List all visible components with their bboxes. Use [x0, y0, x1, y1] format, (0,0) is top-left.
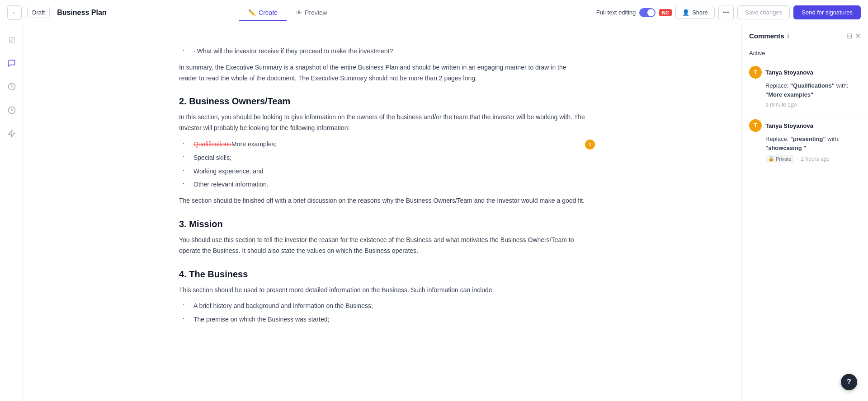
share-label: Share: [692, 9, 708, 16]
bullet-special-skills-text: Special skills;: [193, 153, 231, 163]
preview-icon: 👁: [296, 9, 302, 16]
more-icon: •••: [723, 9, 729, 16]
comment-1-header: T Tanya Stoyanova: [749, 66, 861, 79]
info-icon: ℹ: [787, 33, 789, 39]
comment-1-body: Replace: "Qualifications" with: "More ex…: [749, 81, 861, 99]
document-content: · · What will the investor receive if th…: [179, 46, 586, 325]
bullet-other-text: Other relevant information.: [193, 179, 269, 190]
topbar: ← Draft Business Plan ✏️ Create 👁 Previe…: [0, 0, 868, 25]
comment-2-with: with:: [826, 135, 840, 142]
comment-item-2: T Tanya Stoyanova Replace: "presenting" …: [742, 114, 868, 168]
comment-1-timestamp: a minute ago: [765, 102, 797, 108]
more-button[interactable]: •••: [718, 5, 734, 20]
inserted-more-examples: More examples;: [231, 140, 277, 148]
summary-paragraph: In summary, the Executive Summary is a s…: [179, 62, 586, 84]
comment-1-prefix: Replace:: [765, 82, 790, 89]
avatar-1: T: [749, 66, 762, 79]
document-title: Business Plan: [57, 9, 106, 17]
send-signatures-button[interactable]: Send for signatures: [793, 5, 861, 19]
draft-badge[interactable]: Draft: [27, 7, 50, 18]
nc-badge: NC: [659, 9, 672, 16]
avatar-2: T: [749, 119, 762, 132]
close-comments-icon[interactable]: ✕: [855, 32, 861, 40]
tab-preview-label: Preview: [305, 9, 327, 16]
comment-2-author: Tanya Stoyanova: [765, 122, 813, 129]
bullet-working-text: Working experience; and: [193, 166, 264, 177]
lock-icon: 🔒: [768, 156, 774, 162]
bullet-premise-text: The premise on which the Business was st…: [193, 314, 329, 325]
comment-1-meta: a minute ago: [749, 102, 861, 108]
section4-title: 4. The Business: [179, 269, 586, 280]
full-text-toggle[interactable]: [639, 8, 656, 17]
bullet-qualifications: · QualificationsMore examples;: [179, 139, 586, 150]
comment-1-with: with:: [835, 82, 848, 89]
document-area[interactable]: · · What will the investor receive if th…: [24, 25, 741, 401]
comment-2-replacement: "showcasing ": [765, 145, 806, 151]
split-view-icon[interactable]: ⊟: [846, 32, 852, 40]
tab-create-label: Create: [259, 9, 278, 16]
active-label: Active: [749, 50, 765, 56]
bullet-investor-receive: · · What will the investor receive if th…: [179, 46, 586, 57]
share-button[interactable]: 👤 Share: [675, 6, 715, 19]
tab-preview[interactable]: 👁 Preview: [287, 5, 336, 21]
comments-panel: Comments ℹ ⊟ ✕ Active T Tanya Stoyanova …: [741, 25, 868, 401]
comment-2-separator: ·: [797, 156, 798, 162]
comment-2-timestamp: 2 hours ago: [801, 156, 830, 162]
private-label: Private: [776, 156, 791, 162]
bullet-other-info: · Other relevant information.: [179, 179, 586, 190]
lightning-icon[interactable]: [5, 126, 19, 141]
comment-2-original: "presenting": [790, 135, 826, 142]
topbar-right: Full text editing NC 👤 Share ••• Save ch…: [596, 5, 861, 20]
bullet-working-experience: · Working experience; and: [179, 166, 586, 177]
section4-intro: This section should be used to present m…: [179, 285, 586, 296]
main-area: ☑ · · What will the investor: [0, 25, 868, 401]
comments-title-row: Comments ℹ: [749, 32, 789, 40]
active-tab-row: Active: [742, 45, 868, 61]
comment-1-author: Tanya Stoyanova: [765, 69, 813, 76]
comment-2-prefix: Replace:: [765, 135, 790, 142]
bullet-premise: · The premise on which the Business was …: [179, 314, 586, 325]
svg-marker-2: [9, 131, 15, 137]
comments-header: Comments ℹ ⊟ ✕: [742, 25, 868, 45]
comments-icon[interactable]: [5, 56, 19, 70]
comment-item-1: T Tanya Stoyanova Replace: "Qualificatio…: [742, 61, 868, 114]
comment-2-header: T Tanya Stoyanova: [749, 119, 861, 132]
bullet-investor-text: · What will the investor receive if they…: [193, 46, 393, 57]
comments-title: Comments: [749, 32, 784, 40]
comments-actions: ⊟ ✕: [846, 32, 861, 40]
history-icon-1[interactable]: [5, 79, 19, 94]
bullet-history-text: A brief history and background and infor…: [193, 301, 373, 312]
share-icon: 👤: [682, 9, 689, 16]
checkbox-icon[interactable]: ☑: [5, 33, 19, 47]
comment-2-meta: 🔒 Private · 2 hours ago: [749, 155, 861, 163]
create-icon: ✏️: [248, 9, 256, 16]
full-text-label: Full text editing: [596, 9, 636, 16]
private-badge: 🔒 Private: [765, 155, 794, 163]
section3-title: 3. Mission: [179, 219, 586, 229]
bullet-qualifications-text: QualificationsMore examples;: [193, 139, 277, 150]
history-icon-2[interactable]: [5, 103, 19, 117]
tab-group: ✏️ Create 👁 Preview: [239, 5, 336, 20]
section3-para: You should use this section to tell the …: [179, 235, 586, 256]
section2-intro: In this section, you should be looking t…: [179, 112, 586, 134]
comment-1-original: "Qualifications": [790, 82, 835, 89]
bullet-history: · A brief history and background and inf…: [179, 301, 586, 312]
bullet-special-skills: · Special skills;: [179, 153, 586, 163]
save-changes-button[interactable]: Save changes: [737, 5, 790, 19]
section2-title: 2. Business Owners/Team: [179, 96, 586, 107]
strikethrough-qualifications: Qualifications: [193, 140, 231, 148]
comment-2-body: Replace: "presenting" with: "showcasing …: [749, 135, 861, 152]
help-button[interactable]: ?: [841, 374, 857, 390]
back-button[interactable]: ←: [7, 5, 22, 20]
comment-bubble[interactable]: 1: [585, 140, 595, 149]
bullet-qualifications-wrap: · QualificationsMore examples; 1: [179, 139, 586, 150]
section2-outro: The section should be finished off with …: [179, 196, 586, 206]
left-panel: ☑: [0, 25, 24, 401]
comment-1-replacement: "More examples": [765, 91, 813, 98]
tab-create[interactable]: ✏️ Create: [239, 5, 287, 21]
toggle-thumb: [647, 9, 655, 16]
